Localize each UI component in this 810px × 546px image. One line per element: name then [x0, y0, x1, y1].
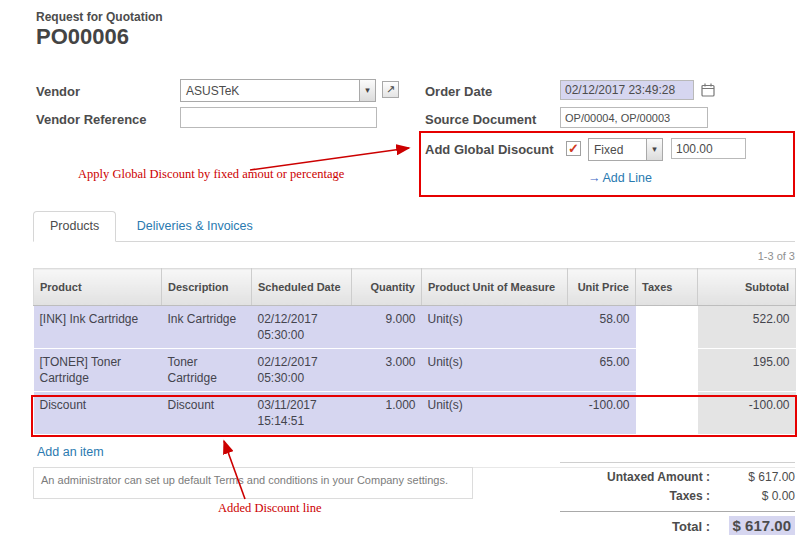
cell-product[interactable]: [INK] Ink Cartridge: [34, 306, 162, 349]
table-row-discount[interactable]: Discount Discount 03/11/2017 15:14:51 1.…: [34, 392, 796, 435]
discount-type-value: Fixed: [589, 143, 646, 157]
vendor-select[interactable]: ASUSTeK ▾: [180, 79, 376, 102]
terms-note-box[interactable]: An administrator can set up default Term…: [33, 467, 473, 499]
table-row[interactable]: [INK] Ink Cartridge Ink Cartridge 02/12/…: [34, 306, 796, 349]
untaxed-amount-value: $ 617.00: [710, 468, 795, 487]
source-document-label: Source Document: [425, 112, 536, 127]
global-discount-checkbox[interactable]: ✓: [566, 141, 581, 156]
cell-product[interactable]: [TONER] Toner Cartridge: [34, 349, 162, 392]
taxes-row: Taxes : $ 0.00: [560, 487, 795, 506]
col-quantity[interactable]: Quantity: [352, 269, 422, 306]
cell-product[interactable]: Discount: [34, 392, 162, 435]
chevron-down-icon: ▾: [359, 80, 375, 101]
add-line-label: Add Line: [603, 171, 652, 185]
chevron-down-icon: ▾: [646, 139, 662, 160]
document-type-label: Request for Quotation: [36, 10, 163, 24]
col-product[interactable]: Product: [34, 269, 162, 306]
annotation-discount-line-note: Added Discount line: [218, 501, 321, 516]
vendor-reference-input[interactable]: [180, 107, 377, 128]
col-scheduled-date[interactable]: Scheduled Date: [252, 269, 352, 306]
cell-description[interactable]: Toner Cartridge: [162, 349, 252, 392]
col-subtotal[interactable]: Subtotal: [698, 269, 796, 306]
col-description[interactable]: Description: [162, 269, 252, 306]
tab-deliveries-invoices[interactable]: Deliveries & Invoices: [121, 212, 269, 241]
order-date-input[interactable]: [560, 80, 694, 100]
check-icon: ✓: [567, 142, 580, 155]
col-taxes[interactable]: Taxes: [636, 269, 698, 306]
cell-scheduled-date[interactable]: 03/11/2017 15:14:51: [252, 392, 352, 435]
untaxed-amount-row: Untaxed Amount : $ 617.00: [560, 468, 795, 487]
arrow-right-icon: →: [588, 171, 601, 185]
total-value: $ 617.00: [710, 516, 795, 535]
external-link-icon[interactable]: ↗: [382, 81, 399, 98]
totals-panel: Untaxed Amount : $ 617.00 Taxes : $ 0.00…: [560, 462, 795, 536]
cell-taxes[interactable]: [636, 349, 698, 392]
calendar-icon[interactable]: [701, 83, 715, 97]
order-date-label: Order Date: [425, 84, 492, 99]
vendor-value: ASUSTeK: [181, 84, 359, 98]
cell-quantity[interactable]: 3.000: [352, 349, 422, 392]
rfq-form-page: Request for Quotation PO00006 Vendor ASU…: [0, 0, 810, 546]
taxes-value: $ 0.00: [710, 487, 795, 506]
cell-subtotal: -100.00: [698, 392, 796, 435]
terms-note-text: An administrator can set up default Term…: [41, 474, 448, 486]
notebook-tabs: Products Deliveries & Invoices: [33, 211, 795, 242]
cell-scheduled-date[interactable]: 02/12/2017 05:30:00: [252, 349, 352, 392]
cell-uom[interactable]: Unit(s): [422, 306, 568, 349]
cell-unit-price[interactable]: -100.00: [568, 392, 636, 435]
arrow-to-global-discount: [250, 148, 409, 170]
cell-description[interactable]: Discount: [162, 392, 252, 435]
global-discount-label: Add Global Disocunt: [425, 142, 554, 157]
cell-quantity[interactable]: 9.000: [352, 306, 422, 349]
order-lines-section: Product Description Scheduled Date Quant…: [33, 268, 795, 468]
cell-taxes[interactable]: [636, 392, 698, 435]
cell-unit-price[interactable]: 65.00: [568, 349, 636, 392]
add-an-item-link[interactable]: Add an item: [37, 445, 104, 459]
cell-quantity[interactable]: 1.000: [352, 392, 422, 435]
vendor-label: Vendor: [36, 84, 80, 99]
cell-uom[interactable]: Unit(s): [422, 392, 568, 435]
annotation-global-discount-note: Apply Global Discount by fixed amout or …: [78, 167, 344, 182]
pager[interactable]: 1-3 of 3: [758, 250, 795, 262]
tab-products[interactable]: Products: [33, 211, 116, 242]
cell-uom[interactable]: Unit(s): [422, 349, 568, 392]
untaxed-amount-label: Untaxed Amount :: [607, 468, 710, 487]
add-line-link[interactable]: →Add Line: [588, 171, 652, 185]
table-row[interactable]: [TONER] Toner Cartridge Toner Cartridge …: [34, 349, 796, 392]
taxes-label: Taxes :: [670, 487, 710, 506]
page-title: PO00006: [36, 24, 129, 50]
total-row: Total : $ 617.00: [560, 516, 795, 536]
discount-amount-input[interactable]: [671, 138, 746, 159]
discount-type-select[interactable]: Fixed ▾: [588, 138, 663, 161]
col-unit-price[interactable]: Unit Price: [568, 269, 636, 306]
cell-scheduled-date[interactable]: 02/12/2017 05:30:00: [252, 306, 352, 349]
cell-subtotal: 195.00: [698, 349, 796, 392]
order-lines-table: Product Description Scheduled Date Quant…: [33, 268, 796, 435]
table-header-row: Product Description Scheduled Date Quant…: [34, 269, 796, 306]
col-uom[interactable]: Product Unit of Measure: [422, 269, 568, 306]
totals-divider: [560, 511, 795, 512]
cell-subtotal: 522.00: [698, 306, 796, 349]
cell-unit-price[interactable]: 58.00: [568, 306, 636, 349]
cell-description[interactable]: Ink Cartridge: [162, 306, 252, 349]
vendor-reference-label: Vendor Reference: [36, 112, 147, 127]
source-document-input[interactable]: [560, 107, 708, 128]
total-label: Total :: [672, 517, 710, 536]
cell-taxes[interactable]: [636, 306, 698, 349]
